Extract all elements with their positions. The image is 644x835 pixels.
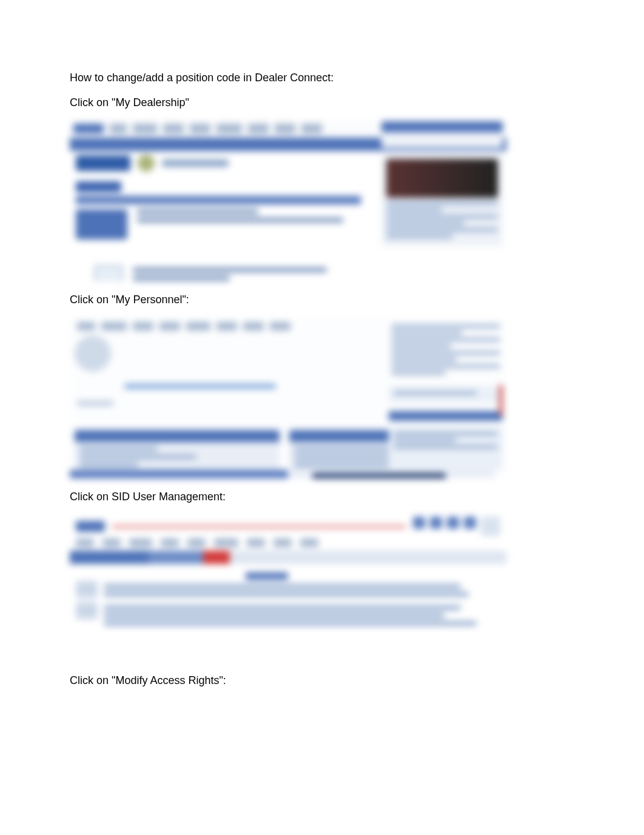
screenshot-my-dealership: [70, 121, 506, 281]
screenshot-sid-user-management: [70, 515, 506, 640]
screenshot-my-personnel: [70, 318, 506, 478]
doc-title: How to change/add a position code in Dea…: [70, 72, 574, 84]
step-4: Click on "Modify Access Rights":: [70, 674, 574, 687]
step-1: Click on "My Dealership": [70, 96, 574, 109]
step-2: Click on "My Personnel":: [70, 293, 574, 306]
step-3: Click on SID User Management:: [70, 491, 574, 503]
